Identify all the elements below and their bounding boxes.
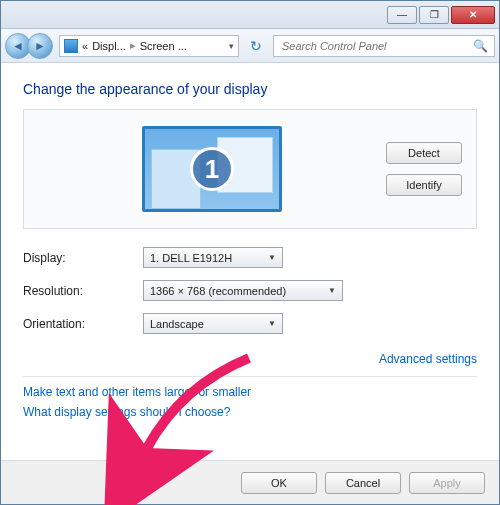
text-size-link[interactable]: Make text and other items larger or smal…: [23, 385, 477, 399]
ok-button[interactable]: OK: [241, 472, 317, 494]
chevron-down-icon: ▼: [328, 286, 336, 295]
resolution-value: 1366 × 768 (recommended): [150, 285, 286, 297]
page-title: Change the appearance of your display: [23, 81, 477, 97]
dialog-footer: OK Cancel Apply: [1, 460, 499, 504]
display-value: 1. DELL E1912H: [150, 252, 232, 264]
separator: [23, 376, 477, 377]
titlebar: — ❐ ✕: [1, 1, 499, 29]
search-icon[interactable]: 🔍: [473, 39, 488, 53]
close-button[interactable]: ✕: [451, 6, 495, 24]
orientation-value: Landscape: [150, 318, 204, 330]
chevron-down-icon: ▼: [268, 319, 276, 328]
breadcrumb-dropdown[interactable]: ▾: [229, 41, 234, 51]
breadcrumb-item-display[interactable]: Displ...: [92, 40, 126, 52]
apply-button[interactable]: Apply: [409, 472, 485, 494]
minimize-button[interactable]: —: [387, 6, 417, 24]
advanced-settings-row: Advanced settings: [23, 352, 477, 366]
resolution-label: Resolution:: [23, 284, 143, 298]
nav-buttons: ◄ ►: [5, 33, 53, 59]
control-panel-icon: [64, 39, 78, 53]
content-area: Change the appearance of your display 1 …: [1, 63, 499, 460]
chevron-down-icon: ▼: [268, 253, 276, 262]
resolution-row: Resolution: 1366 × 768 (recommended) ▼: [23, 280, 477, 301]
monitor-1[interactable]: 1: [142, 126, 282, 212]
chevron-right-icon: ▸: [130, 39, 136, 52]
bottom-links: Make text and other items larger or smal…: [23, 385, 477, 419]
window-chrome: — ❐ ✕ ◄ ► « Displ... ▸ Screen ... ▾ ↻ 🔍 …: [0, 0, 500, 505]
display-dropdown[interactable]: 1. DELL E1912H ▼: [143, 247, 283, 268]
orientation-label: Orientation:: [23, 317, 143, 331]
breadcrumb-item-screen[interactable]: Screen ...: [140, 40, 187, 52]
monitor-preview-area[interactable]: 1: [38, 126, 386, 212]
orientation-dropdown[interactable]: Landscape ▼: [143, 313, 283, 334]
advanced-settings-link[interactable]: Advanced settings: [379, 352, 477, 366]
search-box[interactable]: 🔍: [273, 35, 495, 57]
monitor-arrangement-box: 1 Detect Identify: [23, 109, 477, 229]
toolbar: ◄ ► « Displ... ▸ Screen ... ▾ ↻ 🔍: [1, 29, 499, 63]
monitor-side-buttons: Detect Identify: [386, 142, 462, 196]
identify-button[interactable]: Identify: [386, 174, 462, 196]
monitor-number-badge: 1: [190, 147, 234, 191]
refresh-button[interactable]: ↻: [245, 35, 267, 57]
help-link[interactable]: What display settings should I choose?: [23, 405, 477, 419]
display-row: Display: 1. DELL E1912H ▼: [23, 247, 477, 268]
detect-button[interactable]: Detect: [386, 142, 462, 164]
cancel-button[interactable]: Cancel: [325, 472, 401, 494]
orientation-row: Orientation: Landscape ▼: [23, 313, 477, 334]
search-input[interactable]: [280, 39, 473, 53]
breadcrumb[interactable]: « Displ... ▸ Screen ... ▾: [59, 35, 239, 57]
display-label: Display:: [23, 251, 143, 265]
maximize-button[interactable]: ❐: [419, 6, 449, 24]
forward-button[interactable]: ►: [27, 33, 53, 59]
resolution-dropdown[interactable]: 1366 × 768 (recommended) ▼: [143, 280, 343, 301]
breadcrumb-prefix: «: [82, 40, 88, 52]
